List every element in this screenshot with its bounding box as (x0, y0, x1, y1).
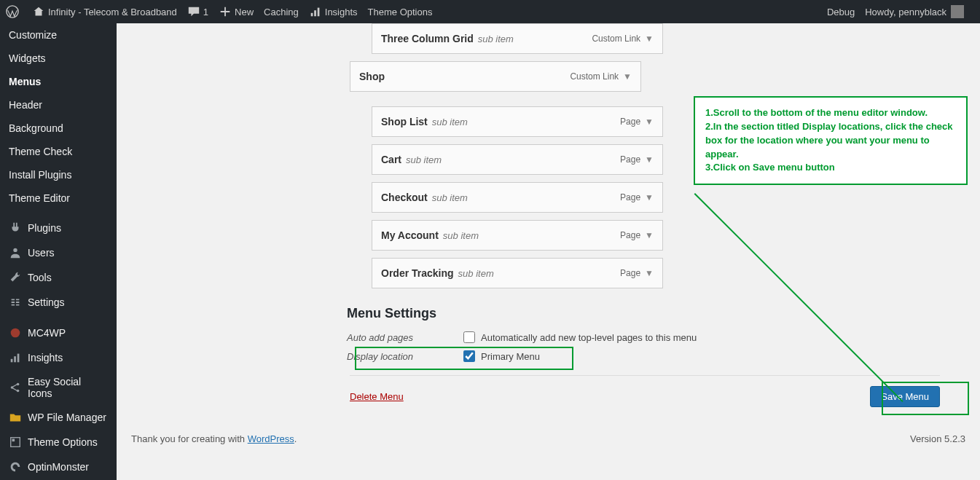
sidebar-item-theme-options[interactable]: Theme Options (0, 430, 117, 455)
wp-logo[interactable] (6, 5, 22, 18)
sidebar-item-tools[interactable]: Tools (0, 265, 117, 290)
sidebar-item-users[interactable]: Users (0, 240, 117, 265)
sidebar-item-background[interactable]: Background (0, 117, 117, 140)
comments-link[interactable]: 1 (187, 5, 208, 18)
menu-settings-heading: Menu Settings (347, 306, 940, 321)
sidebar-item-settings[interactable]: Settings (0, 290, 117, 315)
sidebar-item-wp-file-manager[interactable]: WP File Manager (0, 405, 117, 430)
menu-item-type: Page (620, 154, 640, 165)
svg-rect-6 (11, 359, 13, 363)
sidebar-sublist: CustomizeWidgetsMenusHeaderBackgroundThe… (0, 23, 117, 210)
auto-add-pages-row: Auto add pages Automatically add new top… (347, 331, 940, 343)
settings-icon (9, 296, 22, 309)
theme-options-link[interactable]: Theme Options (368, 7, 433, 17)
sidebar-item-theme-editor[interactable]: Theme Editor (0, 186, 117, 210)
display-location-checkbox[interactable] (463, 350, 475, 362)
chart-bar-icon (309, 5, 322, 18)
wordpress-icon (6, 5, 19, 18)
footer-version: Version 5.2.3 (910, 433, 965, 444)
optin-icon (9, 460, 22, 473)
svg-rect-2 (314, 10, 316, 16)
footer-thanks: Thank you for creating with WordPress. (131, 433, 297, 444)
wordpress-link[interactable]: WordPress (248, 433, 294, 444)
plugins-icon (9, 221, 22, 235)
publishing-actions: Delete Menu Save Menu (350, 375, 940, 420)
sidebar-item-widgets[interactable]: Widgets (0, 47, 117, 70)
my-account[interactable]: Howdy, pennyblack (865, 5, 964, 18)
sidebar-item-theme-check[interactable]: Theme Check (0, 140, 117, 163)
sidebar-main: PluginsUsersToolsSettings (0, 216, 117, 315)
chevron-down-icon[interactable]: ▼ (645, 117, 654, 127)
menu-item-type: Page (620, 117, 640, 127)
comment-icon (187, 5, 200, 18)
site-title: Infinity - Telecom & Broadband (48, 7, 177, 17)
share-icon (9, 381, 22, 394)
svg-point-4 (13, 248, 17, 252)
annotation-tip: 1.Scroll to the bottom of the menu edito… (694, 96, 968, 185)
menu-item-type: Custom Link (592, 34, 640, 44)
display-location-label[interactable]: Primary Menu (463, 350, 540, 362)
tools-icon (9, 271, 22, 284)
home-icon (32, 5, 45, 18)
auto-add-label[interactable]: Automatically add new top-level pages to… (463, 331, 697, 343)
menu-settings-section: Menu Settings Auto add pages Automatical… (347, 306, 940, 362)
admin-sidebar: CustomizeWidgetsMenusHeaderBackgroundThe… (0, 23, 117, 480)
sidebar-item-menus[interactable]: Menus (0, 70, 117, 93)
main-content: Three Column Gridsub itemCustom Link▼Sho… (117, 23, 980, 480)
svg-point-5 (11, 328, 20, 338)
folder-icon (9, 411, 22, 424)
sidebar-item-mc4wp[interactable]: MC4WP (0, 320, 117, 345)
avatar (951, 5, 964, 18)
caching-link[interactable]: Caching (264, 7, 299, 17)
sidebar-item-plugins[interactable]: Plugins (0, 216, 117, 240)
chevron-down-icon[interactable]: ▼ (645, 34, 654, 44)
chevron-down-icon[interactable]: ▼ (645, 192, 654, 202)
menu-item-type: Page (620, 192, 640, 202)
sidebar-item-insights[interactable]: Insights (0, 345, 117, 370)
insights-link[interactable]: Insights (309, 5, 358, 18)
menu-item-handle[interactable]: Three Column Gridsub itemCustom Link▼ (372, 23, 663, 54)
sidebar-item-header[interactable]: Header (0, 93, 117, 117)
menu-item-type: Page (620, 230, 640, 240)
menu-item-handle[interactable]: Shop Listsub itemPage▼ (372, 106, 663, 137)
sidebar-item-customize[interactable]: Customize (0, 23, 117, 47)
menu-item-handle[interactable]: Cartsub itemPage▼ (372, 144, 663, 175)
auto-add-checkbox[interactable] (463, 331, 475, 343)
sidebar-item-install-plugins[interactable]: Install Plugins (0, 163, 117, 186)
menu-item-handle[interactable]: ShopCustom Link▼ (350, 61, 641, 92)
svg-rect-8 (17, 354, 20, 363)
chevron-down-icon[interactable]: ▼ (645, 230, 654, 240)
save-menu-button[interactable]: Save Menu (870, 386, 940, 407)
sidebar-item-optinmonster[interactable]: OptinMonster (0, 455, 117, 479)
display-location-legend: Display location (347, 351, 463, 362)
sidebar-extra: MC4WPInsightsEasy Social IconsWP File Ma… (0, 320, 117, 479)
comments-count: 1 (203, 7, 208, 17)
svg-rect-1 (310, 13, 313, 17)
mc4wp-icon (9, 326, 22, 339)
theme-icon (9, 436, 22, 449)
svg-rect-13 (12, 439, 15, 442)
plus-icon (219, 5, 232, 18)
svg-rect-3 (317, 8, 319, 17)
menu-item-handle[interactable]: Order Trackingsub itemPage▼ (372, 258, 663, 288)
new-label: New (235, 7, 254, 17)
menu-item-handle[interactable]: My Accountsub itemPage▼ (372, 220, 663, 251)
site-name-link[interactable]: Infinity - Telecom & Broadband (32, 5, 177, 18)
admin-bar: Infinity - Telecom & Broadband 1 New Cac… (0, 0, 980, 23)
display-location-row: Display location Primary Menu (347, 350, 940, 362)
delete-menu-link[interactable]: Delete Menu (350, 391, 404, 402)
insights-icon (9, 351, 22, 364)
new-content-link[interactable]: New (219, 5, 254, 18)
debug-link[interactable]: Debug (827, 7, 855, 17)
auto-add-legend: Auto add pages (347, 332, 463, 343)
users-icon (9, 246, 22, 259)
menu-item-handle[interactable]: Checkoutsub itemPage▼ (372, 182, 663, 213)
chevron-down-icon[interactable]: ▼ (645, 268, 654, 278)
sidebar-item-easy-social-icons[interactable]: Easy Social Icons (0, 370, 117, 405)
chevron-down-icon[interactable]: ▼ (623, 71, 632, 82)
menu-item-type: Custom Link (570, 71, 619, 82)
menu-item-type: Page (620, 268, 640, 278)
chevron-down-icon[interactable]: ▼ (645, 154, 654, 165)
admin-footer: Thank you for creating with WordPress. V… (117, 428, 980, 455)
svg-rect-7 (14, 356, 16, 362)
